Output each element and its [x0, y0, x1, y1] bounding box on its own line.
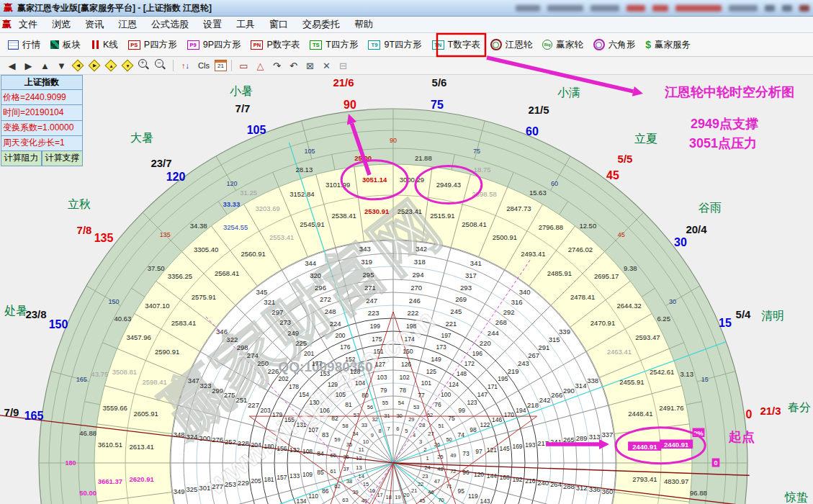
zoom-out-icon[interactable]: − — [153, 58, 169, 73]
svg-text:316: 316 — [511, 298, 523, 306]
svg-text:22: 22 — [418, 481, 423, 487]
toolbar-item-p-table[interactable]: PNP数字表 — [246, 37, 305, 53]
pan-up-icon[interactable]: ▲ — [37, 58, 53, 73]
ps-icon: PS — [128, 40, 140, 50]
toolbar-item-quotes[interactable]: 行情 — [3, 37, 45, 53]
svg-text:立秋: 立秋 — [68, 198, 91, 210]
toolbar-item-p-square[interactable]: PSP四方形 — [123, 37, 182, 53]
svg-text:2598.41: 2598.41 — [142, 378, 166, 386]
svg-text:28.13: 28.13 — [295, 166, 313, 174]
diamond-left-icon[interactable]: ◀ — [71, 58, 86, 73]
calc-support-button[interactable]: 计算支撑 — [42, 151, 83, 166]
svg-text:243: 243 — [518, 359, 529, 367]
zoom-in-icon[interactable]: + — [137, 58, 152, 73]
svg-text:220: 220 — [480, 339, 491, 347]
toolbar-item-t-table[interactable]: TNT数字表 — [427, 37, 485, 53]
svg-text:322: 322 — [226, 336, 238, 343]
menu-item-6[interactable]: 工具 — [229, 17, 262, 32]
svg-text:105: 105 — [247, 124, 266, 136]
menu-item-7[interactable]: 窗口 — [262, 17, 295, 32]
svg-text:293: 293 — [460, 284, 472, 292]
diamond-down-icon[interactable]: ▼ — [120, 58, 135, 73]
rotate-cw-icon[interactable]: ↷ — [269, 58, 284, 73]
svg-text:2463.41: 2463.41 — [607, 348, 632, 356]
svg-text:301: 301 — [199, 484, 210, 492]
menu-item-1[interactable]: 浏览 — [45, 17, 78, 32]
close-button[interactable] — [799, 5, 809, 12]
menu-item-8[interactable]: 交易委托 — [295, 17, 347, 32]
diamond-right-icon[interactable]: ▶ — [87, 58, 102, 73]
svg-text:251: 251 — [235, 396, 247, 404]
svg-text:265: 265 — [563, 436, 575, 444]
svg-text:268: 268 — [495, 318, 507, 326]
svg-text:90: 90 — [343, 99, 356, 111]
calendar-icon[interactable]: 21 — [215, 60, 227, 71]
menu-item-2[interactable]: 资讯 — [78, 17, 111, 32]
svg-text:56: 56 — [367, 404, 373, 410]
toolbar-item-winner-wheel[interactable]: Big赢家轮 — [537, 37, 588, 53]
rotate-ccw-icon[interactable]: ↶ — [286, 58, 301, 73]
screen-icon[interactable]: ⊟ — [336, 58, 351, 73]
toolbar-label: 行情 — [22, 39, 40, 51]
expand-icon[interactable]: ⊠ — [302, 58, 318, 73]
svg-text:39: 39 — [352, 489, 358, 495]
info-row-2: 变换系数=1.00000 — [1, 121, 83, 136]
svg-text:62: 62 — [334, 483, 340, 490]
svg-text:46.88: 46.88 — [79, 429, 96, 437]
menu-item-5[interactable]: 设置 — [196, 17, 229, 32]
svg-text:28: 28 — [419, 422, 425, 428]
svg-text:124: 124 — [449, 381, 459, 388]
toolbar-item-9p-square[interactable]: P99P四方形 — [182, 37, 246, 53]
diamond-up-icon[interactable]: ▲ — [104, 58, 119, 73]
step-forward-icon[interactable]: ▶ — [21, 58, 36, 73]
svg-text:7/9: 7/9 — [4, 406, 19, 418]
cls-button[interactable]: Cls — [194, 58, 213, 73]
calc-resistance-button[interactable]: 计算阻力 — [1, 151, 42, 166]
svg-text:2605.91: 2605.91 — [134, 410, 158, 418]
menu-item-3[interactable]: 江恩 — [111, 17, 144, 32]
info-row-3: 周天变化步长=1 — [1, 136, 83, 151]
shrink-icon[interactable]: ✕ — [319, 58, 334, 73]
svg-text:108: 108 — [302, 448, 313, 455]
svg-text:252: 252 — [225, 438, 236, 446]
svg-text:178: 178 — [289, 383, 299, 390]
menu-bar: 赢 文件浏览资讯江恩公式选股设置工具窗口交易委托帮助 — [0, 17, 813, 33]
svg-text:2796.88: 2796.88 — [539, 223, 563, 231]
svg-text:2440.91: 2440.91 — [664, 441, 689, 449]
svg-text:77: 77 — [418, 392, 425, 399]
svg-text:2568.41: 2568.41 — [215, 269, 239, 277]
svg-text:320: 320 — [310, 271, 321, 279]
menu-item-9[interactable]: 帮助 — [347, 17, 380, 32]
updown-arrows-icon[interactable]: ↑↓ — [178, 58, 193, 73]
toolbar-item-9t-square[interactable]: T99T四方形 — [363, 37, 426, 53]
toolbar-item-gann-wheel[interactable]: 江恩轮 — [485, 37, 538, 53]
step-back-icon[interactable]: ◀ — [4, 58, 19, 73]
rect-tool-icon[interactable]: ▭ — [236, 58, 251, 73]
svg-text:50.00: 50.00 — [79, 489, 96, 497]
maximize-button[interactable] — [782, 5, 792, 12]
triangle-tool-icon[interactable]: △ — [253, 58, 268, 73]
svg-text:226: 226 — [267, 367, 279, 375]
svg-text:43.75: 43.75 — [91, 370, 108, 378]
svg-text:202: 202 — [279, 375, 289, 382]
pan-down-icon[interactable]: ▼ — [54, 58, 69, 73]
gann-wheel-chart[interactable]: 赢家财富网www.yingjia360.comQQ:10098036012345… — [0, 75, 813, 504]
svg-text:318: 318 — [414, 258, 426, 266]
svg-text:343: 343 — [359, 245, 371, 253]
menu-item-4[interactable]: 公式选股 — [144, 17, 196, 32]
svg-text:45: 45 — [419, 498, 425, 504]
toolbar-separator — [173, 60, 174, 71]
toolbar-item-t-square[interactable]: TST四方形 — [305, 37, 363, 53]
toolbar-item-hexagon[interactable]: 六角形 — [588, 37, 641, 53]
svg-text:100: 100 — [441, 391, 451, 398]
svg-text:120: 120 — [474, 471, 484, 478]
svg-text:267: 267 — [528, 351, 539, 359]
toolbar-item-kline[interactable]: K线 — [86, 37, 123, 53]
menu-item-0[interactable]: 文件 — [12, 17, 45, 32]
toolbar-item-winner-service[interactable]: $赢家服务 — [640, 37, 696, 53]
toolbar-item-sectors[interactable]: 板块 — [45, 37, 86, 53]
minimize-button[interactable] — [765, 5, 775, 12]
svg-text:346: 346 — [216, 328, 228, 336]
toolbar-label: P数字表 — [266, 39, 300, 51]
svg-text:立夏: 立夏 — [634, 132, 657, 145]
